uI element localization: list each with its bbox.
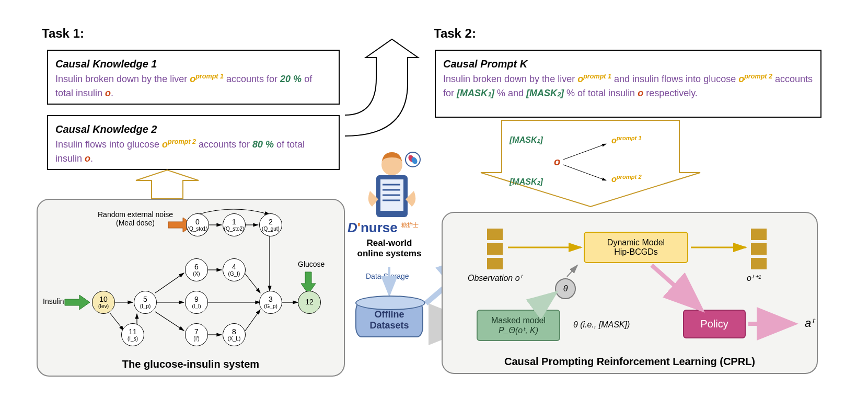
node-5: 5(I_p) bbox=[134, 291, 157, 314]
mask1-inline: [MASK₁] bbox=[510, 135, 543, 145]
glucose-insulin-panel: Random external noise (Meal dose) bbox=[37, 199, 345, 377]
offline-datasets-cylinder: Offline Datasets bbox=[355, 301, 423, 337]
svg-line-18 bbox=[245, 310, 260, 332]
prompt-text: Insulin broken down by the liver oprompt… bbox=[443, 72, 813, 100]
node-10: 10(Iev) bbox=[92, 291, 115, 314]
data-storage-label: Data Storage bbox=[366, 272, 409, 280]
svg-line-35 bbox=[567, 265, 577, 277]
svg-line-11 bbox=[155, 312, 184, 331]
nurse-illustration bbox=[361, 149, 423, 222]
causal-prompt-box: Causal Prompt K Insulin broken down by t… bbox=[435, 50, 821, 118]
node-7: 7(I') bbox=[185, 323, 208, 346]
o-prompt-1: oprompt 1 bbox=[190, 74, 224, 84]
mask2-inline: [MASK₂] bbox=[510, 177, 543, 187]
o-var: o bbox=[105, 88, 111, 98]
node-12: 12 bbox=[298, 291, 321, 314]
arrow-task1-to-task2 bbox=[345, 39, 418, 136]
dnurse-sub: 糖护士 bbox=[401, 222, 419, 228]
oprompt2-inline: oprompt 2 bbox=[611, 174, 642, 184]
noise-label: Random external noise (Meal dose) bbox=[98, 210, 173, 227]
svg-line-0 bbox=[563, 144, 606, 160]
node-4: 4(G_t) bbox=[223, 258, 246, 281]
node-6: 6(X) bbox=[185, 258, 208, 281]
dnurse-logo: D'D'nursenurse 糖护士 bbox=[348, 220, 419, 236]
ot1-label: oᵗ⁺¹ bbox=[747, 273, 761, 283]
dynamic-model-box: Dynamic Model Hip-BCGDs bbox=[584, 232, 688, 263]
svg-marker-3 bbox=[65, 295, 90, 310]
up-arrow-task1 bbox=[136, 170, 199, 199]
task1-label: Task 1: bbox=[42, 26, 84, 41]
ck1-title: Causal Knowledge 1 bbox=[55, 56, 331, 72]
insulin-label: Insulin bbox=[43, 297, 64, 305]
node-8: 8(X_L) bbox=[223, 323, 246, 346]
svg-line-36 bbox=[534, 294, 553, 309]
ck1-percent: 20 % bbox=[280, 74, 302, 84]
svg-line-1 bbox=[563, 165, 606, 180]
svg-line-16 bbox=[245, 273, 260, 293]
node-3: 3(G_p) bbox=[259, 291, 282, 314]
causal-knowledge-1-box: Causal Knowledge 1 Insulin broken down b… bbox=[47, 50, 340, 105]
glucose-label: Glucose bbox=[298, 260, 325, 268]
ck2-title: Causal Knowledge 2 bbox=[55, 121, 331, 137]
policy-box: Policy bbox=[683, 310, 746, 338]
node-9: 9(I_l) bbox=[185, 291, 208, 314]
observation-label: Observation oᵗ bbox=[468, 273, 523, 283]
ck2-text: Insulin flows into glucose oprompt 2 acc… bbox=[55, 137, 331, 166]
theta-mask-label: θ (i.e., [MASK]) bbox=[573, 320, 630, 330]
mask2: [MASK₂] bbox=[526, 88, 564, 98]
ck1-text: Insulin broken down by the liver oprompt… bbox=[55, 72, 331, 100]
node-0: 0(Q_sto1) bbox=[186, 213, 209, 236]
svg-line-37 bbox=[652, 265, 699, 307]
node-1: 1(Q_sto2) bbox=[223, 213, 246, 236]
task2-label: Task 2: bbox=[434, 26, 476, 41]
prompt-title: Causal Prompt K bbox=[443, 56, 813, 72]
real-world-label: Real-world online systems bbox=[353, 238, 426, 259]
cprl-caption: Causal Prompting Reinforcement Learning … bbox=[443, 356, 817, 368]
theta-circle: θ bbox=[555, 278, 576, 299]
mask1: [MASK₁] bbox=[457, 88, 494, 98]
masked-model-box: Masked model P_Θ(oᵗ, K) bbox=[477, 310, 560, 341]
ck2-percent: 80 % bbox=[252, 139, 274, 150]
svg-line-9 bbox=[155, 273, 184, 293]
node-2: 2(Q_gut) bbox=[259, 213, 282, 236]
node-11: 11(I_s) bbox=[121, 323, 144, 346]
causal-knowledge-2-box: Causal Knowledge 2 Insulin flows into gl… bbox=[47, 115, 340, 170]
insulin-caption: The glucose-insulin system bbox=[38, 358, 344, 370]
ovar-inline: o bbox=[554, 156, 560, 168]
o-var: o bbox=[85, 153, 90, 164]
cprl-panel: Observation oᵗ oᵗ⁺¹ Dynamic Model Hip-BC… bbox=[442, 212, 818, 374]
o-prompt-2: oprompt 2 bbox=[162, 139, 196, 150]
down-arrow-task2 bbox=[481, 120, 700, 207]
action-label: aᵗ bbox=[805, 316, 814, 330]
oprompt1-inline: oprompt 1 bbox=[611, 135, 642, 145]
